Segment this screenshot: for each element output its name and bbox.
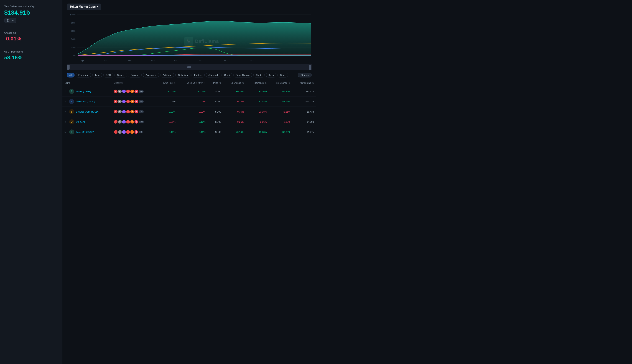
chain-icon: ▲ [122, 110, 126, 114]
usdt-dominance-label: USDT Dominance [4, 50, 58, 53]
chain-filter-avalanche[interactable]: Avalanche [143, 73, 159, 78]
stablecoins-table: Name Chains ⓘ % Off Peg ⇅ 1m % Off Peg ⓘ… [62, 80, 316, 364]
token-name[interactable]: Binance USD (BUSD) [76, 110, 98, 113]
csv-download-button[interactable]: .csv [4, 18, 16, 23]
table-row[interactable]: 3 B Binance USD (BUSD) ●◆▲■★◉+26+0.01%-0… [62, 107, 316, 117]
chain-filter-others-button[interactable]: Others ▾ [298, 73, 312, 78]
table-row[interactable]: 2 S USD Coin (USDC) ●◆▲■★◉+520%-0.03%$1.… [62, 96, 316, 107]
chain-icon: ★ [130, 90, 134, 93]
chain-filter-canto[interactable]: Canto [253, 73, 265, 78]
chain-filter-fantom[interactable]: Fantom [191, 73, 205, 78]
total-market-cap-label: Total Stablecoins Market Cap [4, 5, 58, 8]
col-price[interactable]: Price ⇅ [207, 80, 223, 86]
chain-filter-all[interactable]: All [67, 73, 75, 78]
cell-name: 3 B Binance USD (BUSD) [62, 107, 112, 117]
svg-text:$40b: $40b [71, 38, 75, 40]
col-1d-change[interactable]: 1d Change ⇅ [223, 80, 246, 86]
cell-7d-change: +1.06% [246, 86, 269, 96]
others-label: Others [301, 74, 307, 76]
col-1m-change[interactable]: 1m Change ⇅ [269, 80, 292, 86]
token-name[interactable]: USD Coin (USDC) [76, 100, 95, 103]
cell-1d-change: +0.14% [223, 127, 246, 137]
cell-chains: ●◆▲■★◉+54 [112, 86, 156, 96]
table-row[interactable]: 1 T Tether (USDT) ●◆▲■★◉+54+0.03%+0.05%$… [62, 86, 316, 96]
chart-section: Token Market Caps ▾ 🦙 DefiLlama [62, 0, 316, 70]
sort-icon-1d-change: ⇅ [242, 82, 244, 84]
chain-filter-bsc[interactable]: BSC [103, 73, 113, 78]
chain-icon: ■ [126, 110, 130, 114]
cell-name: 1 T Tether (USDT) [62, 86, 112, 96]
col-1m-off-peg[interactable]: 1m % Off Peg ⓘ ⇅ [178, 80, 207, 86]
chain-icon: ▲ [122, 120, 126, 124]
col-market-cap[interactable]: Market Cap ⇅ [292, 80, 316, 86]
cell-1m-off-peg: +0.10% [178, 117, 207, 127]
chart-title-label: Token Market Caps [70, 5, 96, 8]
chain-icon: ◉ [134, 130, 138, 134]
cell-off-peg: +0.15% [156, 127, 178, 137]
token-icon: T [69, 89, 74, 94]
cell-7d-change: -0.66% [246, 117, 269, 127]
chart-scrubber[interactable] [67, 64, 312, 70]
chain-icon: ● [114, 120, 118, 124]
cell-off-peg: -0.01% [156, 117, 178, 127]
token-icon: S [69, 99, 74, 104]
chain-icon: ▲ [122, 100, 126, 103]
scrubber-left-handle[interactable] [67, 65, 70, 70]
chain-filter-near[interactable]: Near [278, 73, 288, 78]
chain-filter-ethereum[interactable]: Ethereum [76, 73, 91, 78]
sort-icon-price: ⇅ [219, 82, 221, 84]
chain-filter-solana[interactable]: Solana [114, 73, 127, 78]
chain-icon: ◆ [118, 130, 122, 134]
chain-filter-algorand[interactable]: Algorand [206, 73, 221, 78]
table-row[interactable]: 4 D Dai (DAI) ●◆▲■★◉+33-0.01%+0.10%$1.00… [62, 117, 316, 127]
col-7d-change[interactable]: 7d Change ⇅ [246, 80, 269, 86]
cell-chains: ●◆▲■★◉+3 [112, 127, 156, 137]
cell-7d-change: +2.94% [246, 96, 269, 107]
chain-filter-optimism[interactable]: Optimism [175, 73, 190, 78]
svg-text:2023: 2023 [250, 60, 254, 62]
cell-1m-change: +33.83% [269, 127, 292, 137]
chain-filter-kava[interactable]: Kava [266, 73, 277, 78]
cell-chains: ●◆▲■★◉+26 [112, 107, 156, 117]
sort-icon-1m-off-peg: ⇅ [204, 82, 205, 84]
chain-icon: ◆ [118, 110, 122, 114]
cell-1m-off-peg: -0.02% [178, 107, 207, 117]
token-name[interactable]: TrueUSD (TUSD) [76, 131, 94, 134]
scrubber-right-handle[interactable] [309, 65, 311, 70]
sort-icon-market-cap: ⇅ [312, 82, 314, 84]
download-icon [7, 19, 9, 22]
chain-filter-terra-classic[interactable]: Terra Classic [234, 73, 252, 78]
chain-icon: ◉ [134, 100, 138, 103]
sort-icon-1m-change: ⇅ [289, 82, 290, 84]
svg-text:Jul: Jul [198, 60, 201, 62]
cell-name: 4 D Dai (DAI) [62, 117, 112, 127]
chain-icon: ■ [126, 130, 130, 134]
chain-filter-omni[interactable]: Omni [222, 73, 232, 78]
others-chevron-icon: ▾ [308, 74, 309, 76]
chain-icon: ■ [126, 100, 130, 103]
change-7d-label: Change (7d) [4, 32, 58, 34]
token-name[interactable]: Dai (DAI) [76, 120, 85, 123]
token-name[interactable]: Tether (USDT) [76, 90, 91, 93]
col-off-peg[interactable]: % Off Peg ⇅ [156, 80, 178, 86]
chain-filter-arbitrum[interactable]: Arbitrum [160, 73, 174, 78]
sort-icon-off-peg: ⇅ [174, 82, 175, 84]
cell-price: $1.00 [207, 96, 223, 107]
scrubber-position-indicator [187, 66, 191, 68]
chart-title-button[interactable]: Token Market Caps ▾ [67, 4, 101, 10]
cell-1m-off-peg: -0.03% [178, 96, 207, 107]
svg-text:$60b: $60b [71, 30, 75, 32]
chain-icon: ★ [130, 120, 134, 124]
cell-market-cap: $1.27b [292, 127, 316, 137]
table-row[interactable]: 5 T TrueUSD (TUSD) ●◆▲■★◉+3+0.15%+0.10%$… [62, 127, 316, 137]
token-icon: B [69, 109, 74, 114]
chain-filter-tron[interactable]: Tron [92, 73, 102, 78]
cell-1d-change: -0.35% [223, 107, 246, 117]
total-market-cap-value: $134.91b [4, 9, 58, 16]
cell-market-cap: $71.72b [292, 86, 316, 96]
chain-filter-polygon[interactable]: Polygon [128, 73, 142, 78]
cell-1m-off-peg: +0.05% [178, 86, 207, 96]
cell-off-peg: +0.01% [156, 107, 178, 117]
cell-price: $1.00 [207, 107, 223, 117]
chart-container: 🦙 DefiLlama $100b $80b $60b $4 [67, 13, 312, 70]
